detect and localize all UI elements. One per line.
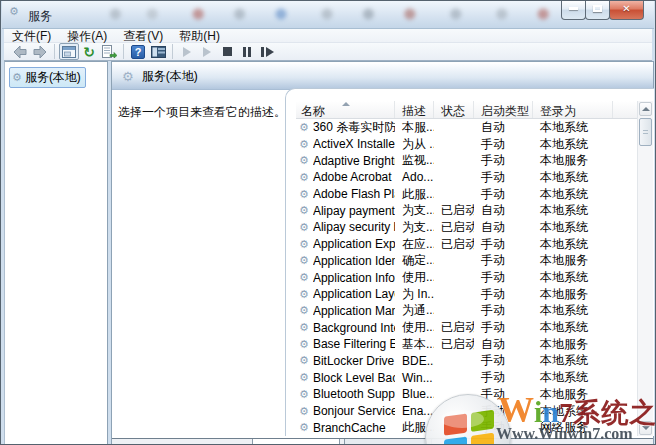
sidebar-item-services-local[interactable]: ⚙ 服务(本地) xyxy=(9,67,86,88)
stop-service-icon[interactable] xyxy=(217,43,237,60)
column-header-status[interactable]: 状态 xyxy=(434,101,474,118)
restart-service-icon[interactable] xyxy=(257,43,277,60)
toolbar-separator xyxy=(54,44,55,59)
refresh-icon[interactable]: ↻ xyxy=(79,43,99,60)
tab-standard[interactable] xyxy=(344,439,432,445)
table-row[interactable]: ⚙Bluetooth Supp... Blue... 手动 本地服务 xyxy=(296,386,637,403)
minimize-button[interactable] xyxy=(561,1,586,20)
service-startup-type: 手动 xyxy=(474,302,533,319)
service-logon-as: 本地系统 xyxy=(533,352,613,369)
column-header-filler xyxy=(613,101,637,118)
service-gear-icon: ⚙ xyxy=(299,305,309,316)
table-row[interactable]: ⚙Alipay security b... 为支... 已启动 自动 本地系统 xyxy=(296,219,637,236)
services-main-pane: ⚙ 服务(本地) 选择一个项目来查看它的描述。 名称 描述 状态 启动类型 登录… xyxy=(111,61,654,445)
close-button[interactable]: ✕ xyxy=(609,1,644,20)
scroll-down-button[interactable] xyxy=(639,421,652,435)
service-name: BranchCache xyxy=(313,421,386,435)
column-header-startup-type[interactable]: 启动类型 xyxy=(474,101,533,118)
table-row[interactable]: ⚙BranchCache 此服... 手动 网络服务 xyxy=(296,419,637,436)
resume-service-icon[interactable] xyxy=(197,43,217,60)
menu-action[interactable]: 操作(A) xyxy=(59,29,115,43)
service-gear-icon: ⚙ xyxy=(299,289,309,300)
service-startup-type: 手动 xyxy=(474,136,533,153)
service-startup-type: 自动 xyxy=(474,219,533,236)
services-window: ⚙ 服务 ✕ 文件(F) 操作(A) 查看(V) 帮助(H) ↻ ? xyxy=(0,0,656,445)
forward-icon[interactable] xyxy=(30,43,50,60)
service-description: 在应... xyxy=(395,236,434,253)
service-name: Alipay security b... xyxy=(313,220,395,234)
titlebar[interactable]: ⚙ 服务 ✕ xyxy=(2,1,654,29)
service-description: 此服... xyxy=(395,186,434,203)
service-status: 已启动 xyxy=(434,336,474,353)
pane-header: ⚙ 服务(本地) xyxy=(112,64,653,90)
service-gear-icon: ⚙ xyxy=(299,172,309,183)
service-logon-as: 本地服务 xyxy=(533,252,613,269)
service-description: 此服... xyxy=(395,419,434,436)
service-startup-type: 手动 xyxy=(474,403,533,420)
menu-help[interactable]: 帮助(H) xyxy=(171,29,228,43)
table-row[interactable]: ⚙Application Expe... 在应... 已启动 手动 本地系统 xyxy=(296,236,637,253)
table-row[interactable]: ⚙Adaptive Brightn... 监视... 手动 本地服务 xyxy=(296,152,637,169)
service-name: Alipay payment ... xyxy=(313,204,395,218)
table-row[interactable]: ⚙360 杀毒实时防护... 本服... 自动 本地系统 xyxy=(296,119,637,136)
service-name: Bonjour Service xyxy=(313,404,395,418)
service-name: BitLocker Drive ... xyxy=(313,354,395,368)
service-name: Application Laye... xyxy=(313,287,395,301)
scroll-up-button[interactable] xyxy=(639,102,652,116)
table-row[interactable]: ⚙Adobe Acrobat ... Ado... 手动 本地系统 xyxy=(296,169,637,186)
service-name: Application Iden... xyxy=(313,254,395,268)
menu-view[interactable]: 查看(V) xyxy=(115,29,171,43)
table-row[interactable]: ⚙Bonjour Service Ena... 手动 本地系统 xyxy=(296,403,637,420)
tab-extended[interactable] xyxy=(252,439,340,445)
column-header-description[interactable]: 描述 xyxy=(395,101,434,118)
table-row[interactable]: ⚙Application Infor... 使用... 手动 本地系统 xyxy=(296,269,637,286)
table-row[interactable]: ⚙Application Laye... 为 In... 手动 本地服务 xyxy=(296,286,637,303)
back-icon[interactable] xyxy=(10,43,30,60)
service-startup-type: 手动 xyxy=(474,169,533,186)
service-description: Win... xyxy=(395,371,434,385)
services-list: ⚙360 杀毒实时防护... 本服... 自动 本地系统 ⚙ActiveX In… xyxy=(296,119,637,436)
table-row[interactable]: ⚙ActiveX Installer ... 为从 ... 手动 本地系统 xyxy=(296,136,637,153)
service-logon-as: 本地系统 xyxy=(533,403,613,420)
table-row[interactable]: ⚙BitLocker Drive ... BDE... 手动 本地系统 xyxy=(296,353,637,370)
console-window-icon[interactable] xyxy=(59,43,79,60)
service-name: Adobe Acrobat ... xyxy=(313,170,395,184)
help-icon[interactable]: ? xyxy=(128,43,148,60)
service-startup-type: 手动 xyxy=(474,386,533,403)
maximize-button[interactable] xyxy=(585,1,610,20)
sort-asc-icon xyxy=(342,102,350,106)
menu-file[interactable]: 文件(F) xyxy=(4,29,59,43)
table-row[interactable]: ⚙Application Iden... 确定... 手动 本地服务 xyxy=(296,253,637,270)
table-row[interactable]: ⚙Block Level Back... Win... 手动 本地系统 xyxy=(296,369,637,386)
column-header-name[interactable]: 名称 xyxy=(296,101,395,118)
pause-service-icon[interactable] xyxy=(237,43,257,60)
table-row[interactable]: ⚙Base Filtering En... 基本... 已启动 自动 本地服务 xyxy=(296,336,637,353)
service-description: 监视... xyxy=(395,152,434,169)
toolbar-separator xyxy=(172,44,173,59)
service-name: 360 杀毒实时防护... xyxy=(313,119,395,136)
service-startup-type: 手动 xyxy=(474,319,533,336)
service-startup-type: 手动 xyxy=(474,286,533,303)
service-logon-as: 本地服务 xyxy=(533,286,613,303)
service-logon-as: 本地系统 xyxy=(533,219,613,236)
service-name: Application Man... xyxy=(313,304,395,318)
table-row[interactable]: ⚙Adobe Flash Pla... 此服... 手动 本地系统 xyxy=(296,186,637,203)
service-startup-type: 手动 xyxy=(474,352,533,369)
column-header-row: 名称 描述 状态 启动类型 登录为 xyxy=(296,101,637,119)
show-tree-icon[interactable] xyxy=(148,43,168,60)
column-header-logon-as[interactable]: 登录为 xyxy=(533,101,613,118)
vertical-scrollbar[interactable] xyxy=(637,101,653,436)
scrollbar-thumb[interactable] xyxy=(639,118,652,146)
table-row[interactable]: ⚙Background Inte... 使用... 已启动 手动 本地系统 xyxy=(296,319,637,336)
table-row[interactable]: ⚙Application Man... 为通... 手动 本地系统 xyxy=(296,303,637,320)
service-description: 为 In... xyxy=(395,286,434,303)
export-list-icon[interactable] xyxy=(99,43,119,60)
toolbar-separator xyxy=(123,44,124,59)
service-description: 使用... xyxy=(395,269,434,286)
table-row[interactable]: ⚙Alipay payment ... 为支... 已启动 自动 本地系统 xyxy=(296,202,637,219)
start-service-icon[interactable] xyxy=(177,43,197,60)
services-gear-icon: ⚙ xyxy=(122,71,134,82)
service-gear-icon: ⚙ xyxy=(299,239,309,250)
service-name: ActiveX Installer ... xyxy=(313,137,395,151)
service-gear-icon: ⚙ xyxy=(299,372,309,383)
